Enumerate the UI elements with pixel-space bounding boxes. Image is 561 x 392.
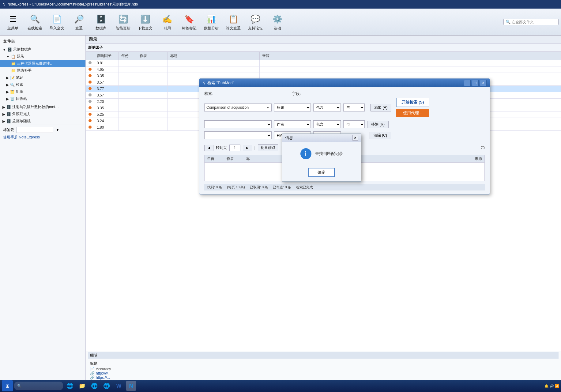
- start-search-button[interactable]: 开始检索 (S): [396, 98, 429, 107]
- search-term-input-2[interactable]: [204, 120, 272, 128]
- search-term-text: Comparison of acquisition: [206, 105, 249, 110]
- search-term-input[interactable]: Comparison of acquisition ▼: [204, 104, 272, 111]
- sidebar-item-folder2[interactable]: 📁 网络补手: [0, 67, 85, 74]
- field-select-1[interactable]: 标题 作者 关键词 摘要: [274, 104, 311, 111]
- title-cell: [168, 60, 260, 66]
- taskbar-icon-folder[interactable]: 📁: [77, 381, 87, 391]
- batch-retrieve-button[interactable]: 批量获取: [258, 144, 278, 151]
- download-label: 下载全文: [138, 26, 152, 31]
- sidebar-item-recycle[interactable]: ▶ 🗑️ 回收站: [0, 95, 85, 102]
- taskbar-time: 🔔 🔊 📶: [544, 384, 559, 388]
- year-cell: [119, 105, 137, 111]
- detail-item-3[interactable]: 🔗 https://...: [90, 375, 557, 380]
- info-close-button[interactable]: ×: [352, 135, 358, 141]
- toolbar-import-fulltext[interactable]: 📄 导入全文: [47, 12, 67, 32]
- prev-page-button[interactable]: ◄: [204, 145, 213, 151]
- table-row[interactable]: 0.81: [86, 60, 561, 66]
- status-found: 找到: 0 条: [207, 185, 222, 190]
- taskbar-icon-edge[interactable]: 🌐: [89, 381, 99, 391]
- sidebar-item-tilu-label: 题录: [17, 54, 24, 59]
- toolbar-download-fulltext[interactable]: ⬇️ 下载全文: [135, 12, 156, 32]
- sidebar-item-notes[interactable]: ▶ 📝 笔记: [0, 74, 85, 81]
- sidebar-item-organize[interactable]: ▶ 🗂️ 组织: [0, 88, 85, 95]
- toolbar-dedup[interactable]: 🔎 查重: [69, 12, 89, 32]
- table-row[interactable]: 4.65: [86, 66, 561, 73]
- info-dialog[interactable]: 信息 × i 未找到匹配记录 确定: [282, 134, 361, 182]
- if-cell: 4.65: [94, 66, 119, 73]
- next-page-button[interactable]: ►: [243, 145, 252, 151]
- author-cell: [137, 111, 168, 118]
- global-search-box[interactable]: 🔍: [503, 19, 559, 25]
- app-icon: N: [2, 2, 6, 7]
- info-dialog-title-bar: 信息 ×: [282, 134, 361, 142]
- toolbar-tag-mark[interactable]: 🔖 标签标记: [179, 12, 200, 32]
- dialog-close-button[interactable]: ×: [480, 80, 487, 86]
- proxy-button[interactable]: 使用代理...: [396, 109, 429, 117]
- toolbar-main-menu[interactable]: ☰ 主菜单: [2, 12, 23, 32]
- col-author: 作者: [137, 52, 168, 60]
- toolbar-options[interactable]: ⚙️ 选项: [267, 12, 288, 32]
- remove-condition-button[interactable]: 移除 (R): [367, 121, 389, 128]
- toolbar-smart-update[interactable]: 🔄 智能更新: [113, 12, 134, 32]
- taskbar-icon-noteexpress[interactable]: N: [126, 381, 136, 391]
- toolbar-online-search[interactable]: 🔍 在线检索: [24, 12, 45, 32]
- sidebar-item-meta-db[interactable]: ▶ 🗄️ 注射与巩腹外数比较的met…: [0, 104, 85, 111]
- field-select-2[interactable]: 作者 标题 关键词: [274, 120, 311, 128]
- taskbar-icon-chrome[interactable]: 🌐: [102, 381, 111, 391]
- dedup-label: 查重: [75, 26, 83, 31]
- sidebar-item-example-db-label: 示例数据库: [13, 47, 32, 52]
- dot-cell: [86, 118, 94, 124]
- toolbar-data-analysis[interactable]: 📊 数据分析: [201, 12, 222, 32]
- recycle-icon: 🗑️: [10, 97, 15, 101]
- taskbar-search[interactable]: 🔍: [14, 382, 63, 390]
- status-retrieved: 已取回: 0 条: [250, 185, 268, 190]
- taskbar-icon-word[interactable]: W: [114, 381, 124, 391]
- year-cell: [119, 73, 137, 79]
- sidebar-item-folder1[interactable]: 📁 三种仪器屈光准确性…: [0, 60, 85, 67]
- dialog-maximize-button[interactable]: □: [472, 80, 479, 86]
- info-message: 未找到匹配记录: [315, 151, 343, 156]
- sidebar-item-example-db[interactable]: ▼ 🗄️ 示例数据库: [0, 46, 85, 53]
- sidebar-item-tilu[interactable]: ▼ 📋 题录: [0, 53, 85, 60]
- forum-icon: 💬: [249, 13, 262, 25]
- download-icon: ⬇️: [139, 13, 151, 25]
- manual-label[interactable]: 使用手册 NoteExpress: [3, 135, 82, 140]
- dot-cell: [86, 86, 94, 92]
- taskbar-icon-ie[interactable]: 🌐: [65, 381, 75, 391]
- cornea-expand-icon: ▶: [2, 112, 5, 116]
- confirm-button[interactable]: 确定: [308, 168, 335, 177]
- sidebar-item-mendel-db[interactable]: ▶ 🗄️ 孟德尔随机: [0, 118, 85, 125]
- tag-cloud-dropdown-icon[interactable]: ▼: [56, 128, 59, 132]
- toolbar-paper-check[interactable]: 📋 论文查重: [223, 12, 244, 32]
- toolbar-database[interactable]: 🗄️ 数据库: [91, 12, 111, 32]
- search-term-input-3[interactable]: [204, 131, 272, 139]
- global-search-input[interactable]: [512, 20, 555, 24]
- online-search-label: 在线检索: [28, 26, 42, 31]
- operator-select-2[interactable]: 与 或 非: [343, 120, 365, 128]
- toolbar-forum[interactable]: 💬 支持论坛: [245, 12, 266, 32]
- start-button[interactable]: ⊞: [2, 380, 13, 391]
- add-condition-button[interactable]: 添加 (A): [370, 104, 391, 111]
- sidebar-item-notes-label: 笔记: [16, 75, 23, 80]
- search-term-dropdown-icon: ▼: [266, 106, 269, 109]
- contains-select-1[interactable]: 包含 不包含 等于: [313, 104, 341, 111]
- detail-item-2[interactable]: 🔗 http://w...: [90, 371, 557, 375]
- sidebar-item-search[interactable]: ▶ 🔍 检索: [0, 81, 85, 88]
- page-input[interactable]: [229, 145, 240, 151]
- if-cell: 0.81: [94, 60, 119, 66]
- clear-conditions-button[interactable]: 清除 (C): [370, 132, 391, 139]
- if-cell: 3.57: [94, 92, 119, 99]
- operator-select-1[interactable]: 与 或 非: [343, 104, 365, 111]
- dialog-status-bar: 找到: 0 条 (每页 10 条) 已取回: 0 条 已勾选: 0 条 检索已完…: [204, 184, 485, 190]
- sidebar-item-cornea-db[interactable]: ▶ 🗄️ 角膜屈光力: [0, 111, 85, 118]
- dedup-icon: 🔎: [73, 13, 85, 25]
- author-cell: [137, 92, 168, 99]
- year-cell: [119, 79, 137, 86]
- paper-check-label: 论文查重: [226, 26, 241, 31]
- author-cell: [137, 99, 168, 105]
- tag-cloud-input[interactable]: [17, 127, 53, 133]
- options-icon: ⚙️: [271, 13, 284, 25]
- contains-select-2[interactable]: 包含 不包含: [313, 120, 341, 128]
- toolbar-cite[interactable]: ✍️ 引用: [157, 12, 178, 32]
- dialog-minimize-button[interactable]: −: [464, 80, 471, 86]
